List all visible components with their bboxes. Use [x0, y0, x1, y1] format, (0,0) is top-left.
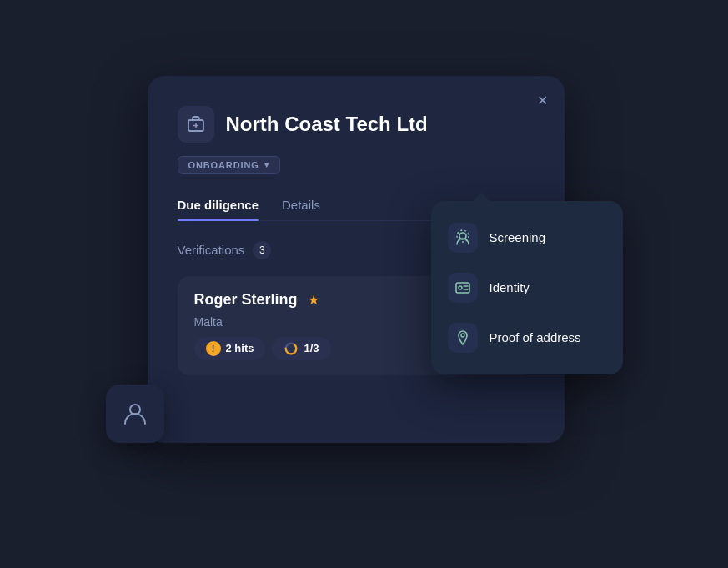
status-badge[interactable]: ONBOARDING ▾	[178, 156, 280, 174]
svg-point-7	[457, 230, 469, 242]
menu-item-identity[interactable]: Identity	[431, 263, 623, 313]
company-header: North Coast Tech Ltd	[178, 106, 535, 143]
tab-details[interactable]: Details	[282, 198, 320, 220]
company-icon	[178, 106, 214, 143]
svg-point-12	[461, 334, 464, 337]
menu-item-proof-of-address[interactable]: Proof of address	[431, 313, 623, 363]
proof-of-address-icon	[448, 323, 478, 353]
company-name: North Coast Tech Ltd	[226, 113, 428, 136]
progress-ring-icon	[284, 341, 299, 356]
close-button[interactable]: ✕	[537, 93, 548, 108]
proof-of-address-label: Proof of address	[490, 330, 581, 344]
star-icon: ★	[308, 292, 319, 308]
dropdown-menu: Screening Identity Proof of address	[431, 201, 623, 374]
screening-icon	[448, 223, 478, 253]
hits-badge[interactable]: ! 2 hits	[194, 337, 266, 360]
identity-icon	[448, 273, 478, 303]
tab-due-diligence[interactable]: Due diligence	[178, 198, 259, 220]
person-name: Roger Sterling	[194, 291, 298, 309]
avatar-card	[106, 385, 164, 443]
warning-icon: !	[206, 341, 221, 356]
identity-label: Identity	[490, 280, 530, 294]
chevron-down-icon: ▾	[264, 160, 269, 169]
person-icon	[122, 400, 148, 427]
menu-item-screening[interactable]: Screening	[431, 213, 623, 263]
svg-point-9	[459, 286, 462, 289]
progress-badge[interactable]: 1/3	[272, 337, 330, 360]
screening-label: Screening	[490, 230, 546, 244]
verifications-count: 3	[253, 241, 271, 259]
